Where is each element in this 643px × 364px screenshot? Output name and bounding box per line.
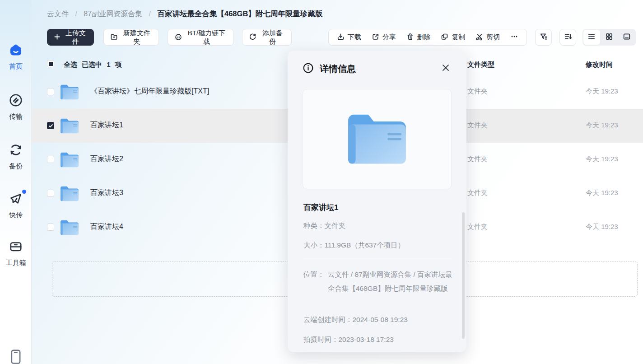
column-header-modified[interactable]: 修改时间: [586, 61, 613, 69]
file-name: 百家讲坛1: [90, 121, 123, 130]
panel-view-button[interactable]: [618, 30, 635, 45]
folder-icon: [59, 185, 80, 204]
file-name: 《百家讲坛》七周年限量珍藏版[TXT]: [90, 87, 209, 96]
trash-icon: [406, 33, 414, 42]
file-type: 文件夹: [467, 155, 488, 163]
file-type: 文件夹: [467, 121, 488, 130]
delete-label: 删除: [417, 33, 431, 42]
detail-shot-row: 拍摄时间：2023-03-18 17:23: [303, 335, 394, 345]
detail-panel-header: 详情信息: [303, 62, 356, 75]
breadcrumb-item[interactable]: 云文件: [47, 10, 69, 18]
shot-time-value: 2023-03-18 17:23: [339, 336, 394, 343]
bt-magnet-download-button[interactable]: BT BT/磁力链下载: [168, 29, 234, 46]
sidebar-item-backup[interactable]: 备份: [0, 143, 32, 171]
cut-label: 剪切: [486, 33, 500, 42]
new-folder-button[interactable]: 新建文件夹: [103, 29, 159, 46]
selection-action-bar: 下载 分享 删除: [328, 29, 527, 46]
cut-button[interactable]: 剪切: [475, 33, 500, 42]
select-all-checkbox[interactable]: [47, 60, 54, 67]
row-checkbox[interactable]: [47, 224, 54, 231]
row-checkbox[interactable]: [47, 156, 54, 163]
delete-button[interactable]: 删除: [406, 33, 431, 42]
paper-plane-icon: [9, 191, 23, 208]
plus-icon: [54, 33, 61, 42]
share-label: 分享: [382, 33, 396, 42]
size-value: 111.9GB（共637个项目）: [325, 241, 405, 249]
scissors-icon: [475, 33, 483, 42]
breadcrumb-item[interactable]: 87副业网资源合集: [84, 10, 142, 18]
selection-summary: 已选中 1 项: [82, 61, 122, 69]
row-checkbox[interactable]: [47, 88, 54, 95]
folder-plus-icon: [110, 33, 118, 42]
upload-file-label: 上传文件: [64, 29, 87, 46]
toolbar: 上传文件 新建文件夹 BT BT/磁力链下载 添加备份: [0, 29, 643, 46]
detail-created-row: 云端创建时间：2024-05-08 19:23: [303, 315, 408, 325]
location-label: 位置：: [303, 267, 328, 295]
info-circle-icon: [303, 62, 314, 75]
detail-panel: 详情信息 百家讲坛1 种类：文件夹 大小：111.9GB（共637个项目） 位置…: [288, 51, 466, 352]
selected-unit: 项: [115, 61, 122, 68]
copy-label: 复制: [452, 33, 465, 42]
row-checkbox-checked[interactable]: [47, 122, 54, 129]
folder-icon: [59, 117, 80, 136]
location-value: 云文件 / 87副业网资源合集 / 百家讲坛最全合集【468GB】附七周年限量珍…: [328, 267, 452, 295]
view-mode-toggle: [582, 29, 636, 46]
folder-icon: [59, 219, 80, 238]
file-name: 百家讲坛4: [90, 222, 123, 232]
toolbox-icon: [9, 239, 23, 256]
detail-panel-title: 详情信息: [320, 63, 356, 75]
selected-text: 已选中: [82, 61, 102, 68]
grid-view-button[interactable]: [601, 30, 618, 45]
sort-icon: [564, 33, 572, 42]
kind-value: 文件夹: [325, 222, 346, 229]
created-value: 2024-05-08 19:23: [353, 316, 408, 323]
close-icon[interactable]: [441, 63, 450, 74]
selected-count: 1: [107, 61, 110, 68]
row-checkbox[interactable]: [47, 190, 54, 197]
detail-kind-row: 种类：文件夹: [303, 221, 345, 231]
select-all-label[interactable]: 全选: [64, 61, 77, 69]
svg-text:BT: BT: [177, 36, 180, 39]
download-label: 下载: [348, 33, 361, 42]
file-modified: 今天 19:23: [586, 121, 618, 130]
mobile-device-icon[interactable]: [9, 349, 23, 364]
download-icon: [337, 33, 345, 42]
size-label: 大小：: [303, 241, 325, 249]
detail-scrollbar-thumb[interactable]: [462, 212, 465, 339]
sort-button[interactable]: [559, 29, 576, 46]
filter-button[interactable]: [535, 29, 552, 46]
column-header-type[interactable]: 文件类型: [467, 61, 494, 69]
add-backup-button[interactable]: 添加备份: [242, 29, 292, 46]
detail-file-name: 百家讲坛1: [303, 202, 338, 213]
grid-view-icon: [605, 33, 613, 42]
home-icon: [8, 43, 23, 59]
list-view-icon: [587, 33, 596, 42]
file-modified: 今天 19:23: [586, 87, 618, 96]
folder-icon: [59, 83, 80, 103]
file-modified: 今天 19:23: [586, 155, 618, 163]
file-preview: [303, 89, 452, 189]
file-type: 文件夹: [467, 87, 488, 96]
share-button[interactable]: 分享: [372, 33, 396, 42]
filter-funnel-icon: [540, 33, 548, 42]
sidebar-item-label: 快传: [0, 211, 32, 219]
sidebar-item-toolbox[interactable]: 工具箱: [0, 239, 32, 267]
sidebar-item-label: 备份: [0, 162, 32, 171]
kind-label: 种类：: [303, 222, 325, 229]
sidebar-item-quick-transfer[interactable]: 快传: [0, 191, 32, 219]
file-name: 百家讲坛3: [90, 188, 123, 198]
copy-button[interactable]: 复制: [441, 33, 465, 42]
upload-file-button[interactable]: 上传文件: [47, 29, 94, 46]
share-icon: [372, 33, 379, 42]
breadcrumb-current: 百家讲坛最全合集【468GB】附七周年限量珍藏版: [158, 9, 323, 18]
bt-download-icon: BT: [174, 33, 182, 42]
sidebar-item-transfer[interactable]: 传输: [0, 93, 32, 121]
copy-icon: [441, 33, 448, 42]
new-folder-label: 新建文件夹: [121, 29, 152, 46]
sidebar-item-home[interactable]: 首页: [0, 43, 32, 71]
backup-sync-icon: [9, 143, 23, 159]
list-view-button[interactable]: [583, 30, 600, 45]
download-button[interactable]: 下载: [337, 33, 361, 42]
more-actions-button[interactable]: [510, 33, 518, 42]
breadcrumb: 云文件 / 87副业网资源合集 / 百家讲坛最全合集【468GB】附七周年限量珍…: [47, 9, 322, 19]
